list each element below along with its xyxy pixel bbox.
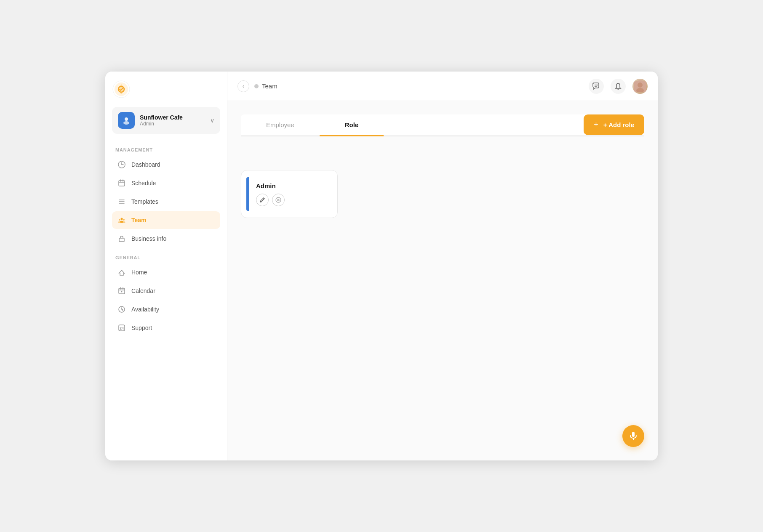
svg-point-16 (121, 291, 123, 293)
sidebar-item-support[interactable]: 24 Support (112, 319, 220, 337)
business-info-icon (117, 234, 126, 243)
svg-rect-7 (119, 181, 125, 186)
add-role-label: + Add role (603, 121, 634, 128)
svg-point-10 (123, 219, 125, 221)
support-icon: 24 (117, 323, 126, 332)
sidebar: Sunflower Cafe Admin ∨ MANAGEMENT Dashbo… (105, 72, 227, 460)
availability-icon (117, 305, 126, 314)
svg-point-8 (121, 218, 123, 220)
chevron-down-icon: ∨ (210, 117, 214, 124)
workspace-role: Admin (140, 121, 205, 127)
dashboard-icon (117, 160, 126, 169)
svg-point-13 (123, 221, 125, 223)
topbar-actions (589, 79, 648, 94)
sidebar-item-availability[interactable]: Availability (112, 301, 220, 318)
svg-rect-14 (119, 238, 124, 242)
svg-point-21 (638, 82, 643, 88)
sidebar-item-home[interactable]: Home (112, 263, 220, 281)
add-role-button[interactable]: + + Add role (584, 114, 644, 135)
general-section-label: GENERAL (112, 255, 220, 260)
topbar: ‹ Team (227, 72, 658, 101)
notification-button[interactable] (611, 79, 626, 94)
svg-point-9 (119, 219, 120, 221)
main-area: ‹ Team Employee Role (227, 72, 658, 460)
tab-role[interactable]: Role (320, 114, 384, 136)
sidebar-item-dashboard[interactable]: Dashboard (112, 156, 220, 173)
calendar-label: Calendar (131, 287, 155, 294)
business-info-label: Business info (131, 235, 166, 242)
workspace-info: Sunflower Cafe Admin (140, 114, 205, 127)
svg-point-12 (118, 221, 121, 223)
roles-grid: Admin (241, 170, 644, 218)
management-section-label: MANAGEMENT (112, 147, 220, 152)
sidebar-item-calendar[interactable]: Calendar (112, 282, 220, 300)
svg-rect-24 (632, 432, 635, 437)
content-area: Employee Role + + Add role Admin (227, 101, 658, 460)
templates-label: Templates (131, 198, 158, 205)
tab-employee[interactable]: Employee (241, 114, 320, 136)
sidebar-item-schedule[interactable]: Schedule (112, 174, 220, 192)
team-label: Team (131, 217, 147, 223)
sidebar-logo (112, 80, 220, 98)
svg-point-5 (123, 121, 129, 125)
sidebar-item-templates[interactable]: Templates (112, 193, 220, 210)
role-card-actions (256, 194, 331, 206)
sidebar-item-business-info[interactable]: Business info (112, 230, 220, 247)
templates-icon (117, 197, 126, 206)
breadcrumb: Team (254, 82, 584, 90)
calendar-icon (117, 286, 126, 295)
support-label: Support (131, 325, 152, 331)
workspace-card[interactable]: Sunflower Cafe Admin ∨ (112, 107, 220, 134)
svg-text:24: 24 (120, 326, 124, 330)
app-container: Sunflower Cafe Admin ∨ MANAGEMENT Dashbo… (105, 72, 658, 460)
home-label: Home (131, 269, 147, 276)
schedule-label: Schedule (131, 180, 156, 186)
breadcrumb-text: Team (262, 82, 277, 90)
role-card-accent (246, 177, 249, 211)
user-avatar[interactable] (632, 79, 648, 94)
home-icon (117, 268, 126, 277)
plus-icon: + (594, 120, 598, 129)
sidebar-item-team[interactable]: Team (112, 211, 220, 229)
schedule-icon (117, 178, 126, 188)
breadcrumb-dot (254, 84, 259, 88)
workspace-name: Sunflower Cafe (140, 114, 205, 121)
dashboard-label: Dashboard (131, 161, 160, 168)
role-card-body: Admin (249, 175, 337, 214)
team-icon (117, 215, 126, 225)
availability-label: Availability (131, 306, 159, 313)
role-card-admin: Admin (241, 170, 338, 218)
delete-role-button[interactable] (272, 194, 285, 206)
collapse-sidebar-button[interactable]: ‹ (237, 80, 249, 92)
edit-role-button[interactable] (256, 194, 269, 206)
role-card-name: Admin (256, 182, 331, 189)
workspace-avatar (118, 112, 135, 129)
svg-point-4 (125, 117, 128, 121)
mic-fab[interactable] (622, 425, 644, 447)
chat-button[interactable] (589, 79, 604, 94)
app-logo-icon (112, 80, 131, 98)
